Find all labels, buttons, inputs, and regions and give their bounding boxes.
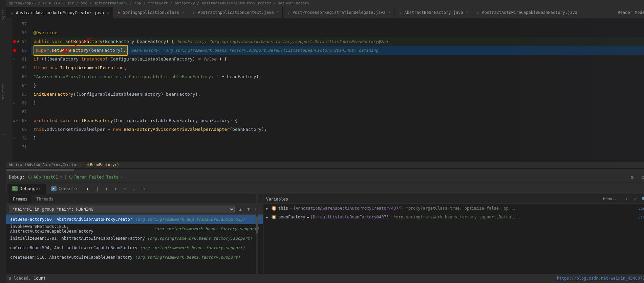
code-line-64: } [31,81,644,90]
variables-label: Variables [266,197,599,202]
tab-close-4[interactable]: × [389,10,391,15]
tab-abstract-app-context[interactable]: ☕ AbstractApplicationContext.java × [188,7,283,19]
fold-61: ◇ [13,55,15,64]
session-name[interactable]: AOp.test01 [34,175,58,180]
step-over-btn[interactable]: ⤵ [93,184,102,193]
frame-4-method: doCreateBean:594, AbstractAutowireCapabl… [10,245,137,250]
code-68-content: protected void initBeanFactory(Configura… [34,116,238,125]
resume-btn[interactable]: ⏵ [84,184,92,193]
memory-tab[interactable]: Memo... [601,197,621,201]
vars-search-btn[interactable]: 🔍 [641,196,644,203]
debug-val-60: beanFactory: "org.springframework.beans.… [131,46,378,55]
tab-spring-application[interactable]: ◉ SpringApplication.class × [113,7,188,19]
gutter-62: 62 [12,64,28,72]
line-63: 63 [22,72,27,81]
tab-threads[interactable]: Threads [32,195,58,204]
tab-close-3[interactable]: × [277,10,279,15]
tab-close-2[interactable]: × [182,10,185,15]
debug-session: ⬡ AOp.test01 × [28,175,62,180]
gutter-69: 69 [12,125,28,134]
tab-abstract-advisor[interactable]: ☕ AbstractAdvisorAutoProxyCreator.java × [6,7,113,19]
var-item-this[interactable]: ▶ ⚪ this = {AnnotationAwareAspectJAutoPr… [263,204,644,213]
frame-item-3[interactable]: initializeBean:1781, AbstractAutowireCap… [6,234,263,243]
frame-item-4[interactable]: doCreateBean:594, AbstractAutowireCapabl… [6,243,263,253]
tab-post-processor[interactable]: ☕ PostProcessorRegistrationDelegate.java… [283,7,394,19]
debug-controls: ⏵ ⤵ ↓ ↑ ↷ ≡ ⊞ ⋯ [84,184,156,193]
var-eq-beanfactory: = [306,215,309,219]
rerun-name[interactable]: Rerun Failed Tests [74,175,119,180]
grid-btn[interactable]: ⊞ [138,184,147,193]
sidebar-debug[interactable]: ⬡ [0,131,6,137]
var-view-this[interactable]: View [639,206,644,211]
java-icon: ☕ [9,10,14,15]
highlighted-code-60: super.setBeanFactory(beanFactory); [34,45,128,56]
rerun-close[interactable]: × [121,175,123,179]
breakpoint-59 [13,40,16,43]
line-64: 64 [22,81,27,90]
tab-close-1[interactable]: × [107,10,109,15]
line-66: 66 [22,99,27,108]
sidebar-project[interactable]: Project [0,14,6,19]
frame-3-lib: (org.springframework.beans.factory.suppo… [145,236,252,241]
layout-button[interactable]: ⊡ [639,173,644,182]
vars-plus-btn[interactable]: + [623,196,630,203]
gutter-icons-68: ◎ ◇ [13,116,18,125]
frame-5-method: createBean:516, AbstractAutowireCapableB… [10,255,132,260]
tab-console[interactable]: ▶ Console [46,184,82,194]
left-gutter-bar [6,18,12,162]
frames-scrollbar[interactable] [256,194,258,274]
impl-icon-68: ◎ [13,116,15,125]
status-url[interactable]: https://blog.csdn.net/weixin_45480785 [557,276,644,281]
frame-item-5[interactable]: createBean:516, AbstractAutowireCapableB… [6,253,263,262]
run-to-cursor-btn[interactable]: ↷ [120,184,129,193]
var-icon-beanfactory: ⚪ [272,215,276,219]
reader-mode-button[interactable]: Reader Mode [613,10,644,15]
var-icon-this: ⚪ [272,206,276,211]
session-close[interactable]: × [60,175,62,179]
vars-restore-btn[interactable]: ⤢ [632,196,639,203]
frame-item-1[interactable]: setBeanFactory:60, AbstractAdvisorAutoPr… [6,215,263,224]
var-expand-beanfactory[interactable]: ▶ [266,215,272,219]
sidebar-structure[interactable]: Structure [0,89,6,95]
code-line-60: super.setBeanFactory(beanFactory); beanF… [31,46,644,55]
frame-1-method: setBeanFactory:60, AbstractAdvisorAutoPr… [10,217,132,222]
gutter-71: 71 [12,143,28,151]
line-67: 67 [22,108,27,116]
tab-console-label: Console [59,186,77,191]
breakpoint-60 [13,49,16,52]
line-71: 71 [22,143,27,151]
frame-item-2[interactable]: invokeAwareMethods:1816, AbstractAutowir… [6,224,263,234]
tab-abstract-autowire[interactable]: ☕ AbstractAutowireCapableBeanFactory.jav… [472,7,581,19]
variables-header: Variables Memo... + ⤢ 🔍 [263,194,644,204]
code-line-71 [31,143,644,151]
line-59: 59 [22,37,27,46]
gutter-icons-61: ◇ [13,55,15,64]
status-count-label: Count [34,276,46,281]
dots-btn[interactable]: ⋯ [148,184,156,193]
var-name-this: this [278,206,288,211]
thread-down-btn[interactable]: ▼ [245,206,252,213]
var-item-beanfactory[interactable]: ▶ ⚪ beanFactory = {DefaultListableBeanFa… [263,213,644,221]
evaluate-btn[interactable]: ≡ [129,184,138,193]
thread-select-dropdown[interactable]: *main*@1 in group "main": RUNNING [9,206,235,213]
var-view-beanfactory[interactable]: View [639,215,644,219]
code-64-content: } [34,81,36,90]
status-bar: s loaded. Count https://blog.csdn.net/we… [6,274,644,283]
line-numbers: 57 58 ⚡ 59 60 ◇ [12,18,31,162]
editor-scrollbar-h[interactable] [6,168,644,171]
thread-up-btn[interactable]: ▲ [237,206,244,213]
frames-list: setBeanFactory:60, AbstractAdvisorAutoPr… [6,215,263,274]
frames-scrollthumb [256,216,258,233]
tab-abstract-bean-factory[interactable]: ☕ AbstractBeanFactory.java × [394,7,472,19]
tab-debugger[interactable]: 🐛 Debugger [7,184,46,194]
step-into-btn[interactable]: ↓ [102,184,111,193]
frame-1-lib: (org.springframework.aop.framework.autop… [132,217,245,222]
tab-frames[interactable]: Frames [9,195,31,204]
frame-3-method: initializeBean:1781, AbstractAutowireCap… [10,236,145,241]
step-out-btn[interactable]: ↑ [111,184,120,193]
tab-close-5[interactable]: × [466,10,469,15]
var-expand-this[interactable]: ▶ [266,207,272,210]
debug-tabs: 🐛 Debugger ▶ Console ⏵ ⤵ ↓ ↑ ↷ ≡ ⊞ ⋯ [6,183,644,194]
var-ellipsis: ... [266,223,280,228]
gear-button[interactable]: ⚙ [628,173,637,182]
